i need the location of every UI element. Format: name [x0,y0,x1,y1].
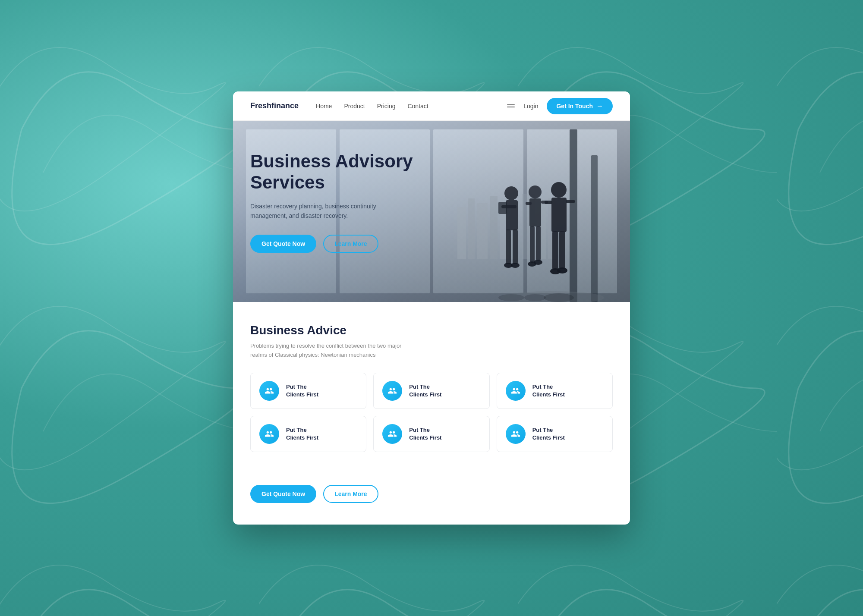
svg-rect-4 [477,203,488,259]
hero-section: Business Advisory Services Disaster reco… [233,121,630,302]
nav-home[interactable]: Home [316,103,332,110]
nav-pricing[interactable]: Pricing [377,103,396,110]
advice-card-5[interactable]: Put TheClients First [373,416,489,452]
get-quote-button[interactable]: Get Quote Now [250,235,316,253]
svg-rect-16 [506,229,511,264]
svg-point-37 [524,294,546,301]
people-icon [265,386,274,396]
get-quote-bottom-button[interactable]: Get Quote Now [250,485,316,503]
brand-logo: Freshfinance [250,101,299,110]
card-text-4: Put TheClients First [286,426,318,442]
hero-subtitle: Disaster recovery planning, business con… [250,201,388,221]
people-icon [387,429,397,439]
get-in-touch-button[interactable]: Get In Touch → [547,98,613,114]
people-icon [387,386,397,396]
card-text-5: Put TheClients First [409,426,441,442]
advice-card-4[interactable]: Put TheClients First [250,416,366,452]
svg-rect-5 [490,196,498,259]
cards-grid-row1: Put TheClients First Put TheClients Firs… [250,373,613,409]
svg-rect-22 [526,202,532,205]
svg-point-28 [551,182,567,198]
svg-rect-2 [457,207,466,259]
advice-card-2[interactable]: Put TheClients First [373,373,489,409]
svg-rect-15 [498,202,507,214]
advice-card-6[interactable]: Put TheClients First [497,416,613,452]
svg-point-36 [498,294,524,301]
page-container: Freshfinance Home Product Pricing Contac… [233,91,630,525]
svg-rect-17 [513,229,518,264]
svg-point-27 [534,260,542,265]
advice-card-3[interactable]: Put TheClients First [497,373,613,409]
nav-contact[interactable]: Contact [407,103,428,110]
cards-grid-row2: Put TheClients First Put TheClients Firs… [250,416,613,452]
learn-more-button[interactable]: Learn More [323,235,378,253]
login-button[interactable]: Login [523,103,538,110]
people-icon [511,429,520,439]
advice-card-1[interactable]: Put TheClients First [250,373,366,409]
hero-silhouettes [432,129,613,302]
nav-links: Home Product Pricing Contact [316,103,507,110]
section-title: Business Advice [250,324,613,337]
card-text-3: Put TheClients First [532,383,565,399]
card-text-2: Put TheClients First [409,383,441,399]
navbar-actions: Login Get In Touch → [507,98,613,114]
svg-rect-29 [551,198,567,232]
card-icon-3 [506,381,526,401]
hero-content: Business Advisory Services Disaster reco… [233,121,440,270]
card-text-6: Put TheClients First [532,426,565,442]
people-icon [511,386,520,396]
business-advice-section: Business Advice Problems trying to resol… [233,302,630,476]
learn-more-bottom-button[interactable]: Learn More [323,485,378,503]
svg-rect-33 [559,231,565,269]
svg-rect-30 [545,201,552,204]
bottom-buttons: Get Quote Now Learn More [233,476,630,525]
card-icon-5 [382,424,402,444]
svg-rect-24 [530,226,535,263]
card-icon-2 [382,381,402,401]
hamburger-icon[interactable] [507,104,515,107]
nav-product[interactable]: Product [344,103,365,110]
svg-rect-3 [468,198,475,259]
hero-buttons: Get Quote Now Learn More [250,235,423,253]
svg-rect-31 [566,200,575,203]
svg-rect-0 [570,129,577,302]
card-text-1: Put TheClients First [286,383,318,399]
svg-rect-13 [506,200,518,230]
svg-point-12 [504,186,518,200]
card-icon-1 [259,381,279,401]
svg-point-20 [529,185,542,198]
card-icon-6 [506,424,526,444]
svg-rect-25 [536,226,541,261]
svg-rect-1 [591,155,598,302]
svg-point-19 [511,263,520,268]
navbar: Freshfinance Home Product Pricing Contac… [233,91,630,121]
section-subtitle: Problems trying to resolve the conflict … [250,342,406,360]
svg-point-35 [557,267,567,273]
svg-point-38 [544,293,574,302]
people-icon [265,429,274,439]
svg-rect-32 [552,231,558,270]
card-icon-4 [259,424,279,444]
arrow-icon: → [596,102,603,110]
hero-title: Business Advisory Services [250,151,423,193]
